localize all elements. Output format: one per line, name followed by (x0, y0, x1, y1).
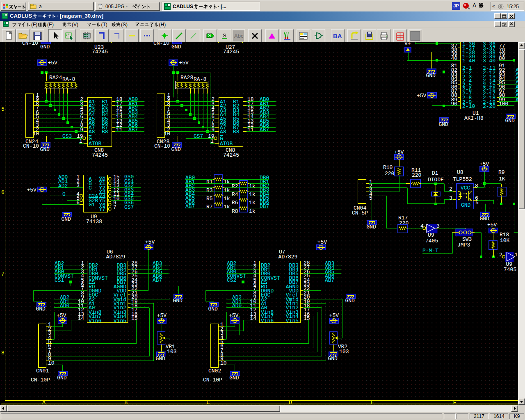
svg-text:D: D (289, 399, 292, 405)
svg-text:15: 15 (304, 315, 310, 322)
svg-text:1k: 1k (249, 192, 256, 198)
svg-text:+5V: +5V (229, 313, 239, 319)
svg-text:F: F (453, 399, 457, 405)
svg-text:C: C (89, 185, 92, 191)
svg-text:1k: 1k (224, 204, 230, 210)
svg-text:AD0: AD0 (60, 303, 69, 309)
svg-text:R7: R7 (206, 204, 213, 210)
svg-text:(H): (H) (159, 22, 166, 27)
svg-text:1-40: 1-40 (462, 58, 475, 64)
svg-text:R5: R5 (206, 196, 213, 202)
svg-text:G: G (62, 191, 66, 197)
svg-text:+5V: +5V (179, 60, 189, 66)
svg-text:3: 3 (76, 183, 80, 189)
svg-text:103: 103 (167, 349, 176, 355)
svg-text:CN-10P: CN-10P (203, 377, 222, 383)
svg-text:R1: R1 (206, 179, 213, 185)
svg-text:RA-8: RA-8 (62, 76, 75, 82)
svg-text:7: 7 (1, 271, 5, 277)
svg-text:AB7: AB7 (128, 127, 138, 133)
svg-text:7405: 7405 (425, 238, 438, 244)
svg-text:R9: R9 (498, 169, 505, 176)
svg-text:AB7: AB7 (260, 127, 269, 133)
svg-text:14: 14 (78, 315, 84, 322)
svg-text:BA: BA (333, 32, 342, 39)
svg-text:+5V: +5V (27, 187, 37, 193)
svg-text:9: 9 (80, 127, 83, 133)
svg-text:8: 8 (1, 350, 5, 356)
svg-text:A8: A8 (89, 129, 95, 135)
svg-text:10: 10 (220, 360, 227, 366)
svg-text:P-M-T: P-M-T (422, 248, 438, 254)
svg-text:74245: 74245 (92, 152, 108, 158)
svg-text:C: C (207, 399, 210, 405)
svg-text:80: 80 (499, 55, 505, 62)
svg-text:GND: GND (156, 356, 166, 362)
svg-text:A8: A8 (220, 129, 226, 135)
svg-text:U8: U8 (457, 169, 463, 176)
svg-text:ATOB: ATOB (89, 141, 101, 147)
svg-text:R6: R6 (232, 200, 238, 206)
svg-text:1: 1 (515, 252, 518, 258)
svg-text:B8: B8 (102, 129, 108, 135)
svg-text:1: 1 (79, 138, 82, 144)
svg-text:3: 3 (449, 195, 452, 201)
svg-text:AD0: AD0 (232, 303, 242, 309)
svg-text:+5V: +5V (417, 93, 427, 99)
svg-text:GND: GND (480, 216, 490, 222)
svg-text:40: 40 (451, 55, 457, 62)
svg-text:CN-10: CN-10 (153, 42, 169, 46)
svg-text:74138: 74138 (86, 219, 102, 225)
svg-text:GND: GND (229, 375, 239, 381)
svg-text:+5V: +5V (329, 313, 339, 319)
svg-text:CADLUS_: CADLUS_ (10, 13, 35, 19)
svg-text:9: 9 (211, 127, 215, 133)
svg-text:CN01: CN01 (36, 368, 49, 374)
svg-text:GND: GND (40, 146, 50, 153)
svg-text:+5V: +5V (48, 60, 58, 66)
svg-text:JMP3: JMP3 (457, 242, 470, 248)
svg-text:V+: V+ (404, 42, 411, 47)
svg-text:6: 6 (1, 189, 5, 196)
svg-text:4: 4 (420, 223, 424, 229)
svg-text:AD7829: AD7829 (278, 254, 298, 260)
svg-text:AB7: AB7 (325, 277, 334, 283)
svg-text:CN-10P: CN-10P (31, 377, 50, 383)
svg-text:10: 10 (48, 360, 55, 366)
svg-text:103: 103 (339, 349, 349, 355)
svg-text:(E): (E) (47, 22, 54, 27)
svg-text:220: 220 (385, 171, 394, 177)
svg-text:B8: B8 (233, 129, 240, 135)
svg-text:(F): (F) (31, 22, 37, 27)
svg-text:B: B (124, 399, 128, 405)
svg-text:GND: GND (173, 298, 183, 304)
svg-text:GND: GND (40, 44, 50, 50)
svg-text:AB7: AB7 (185, 203, 195, 210)
svg-text:2: 2 (449, 186, 452, 192)
svg-text:2-10: 2-10 (462, 103, 475, 110)
svg-text:R3: R3 (206, 187, 213, 194)
svg-text:+5V: +5V (394, 149, 404, 155)
svg-text:RA28: RA28 (180, 75, 193, 81)
svg-text:7: 7 (113, 204, 116, 210)
svg-text:AKI-H8: AKI-H8 (464, 115, 484, 121)
svg-text:VCC: VCC (461, 185, 470, 191)
svg-text:11: 11 (116, 127, 123, 133)
svg-text:1k: 1k (224, 179, 230, 185)
svg-text:ATOB: ATOB (220, 141, 233, 147)
svg-text:DB7: DB7 (260, 203, 269, 210)
svg-text:Y7: Y7 (99, 206, 106, 212)
svg-text:RA24: RA24 (49, 75, 62, 81)
svg-text:CN-10: CN-10 (154, 143, 170, 149)
svg-text:R10: R10 (383, 164, 393, 171)
svg-text:CN-5P: CN-5P (352, 210, 368, 216)
svg-text:AD2: AD2 (58, 183, 68, 189)
svg-text:CS1: CS1 (55, 277, 64, 283)
svg-text:R8: R8 (232, 208, 238, 215)
svg-text:S: S (208, 33, 211, 39)
svg-text:GND: GND (208, 306, 218, 312)
svg-text:14: 14 (250, 315, 256, 322)
svg-text:CN02: CN02 (208, 368, 221, 374)
svg-text:1k: 1k (249, 208, 256, 215)
svg-text:6: 6 (76, 200, 80, 206)
